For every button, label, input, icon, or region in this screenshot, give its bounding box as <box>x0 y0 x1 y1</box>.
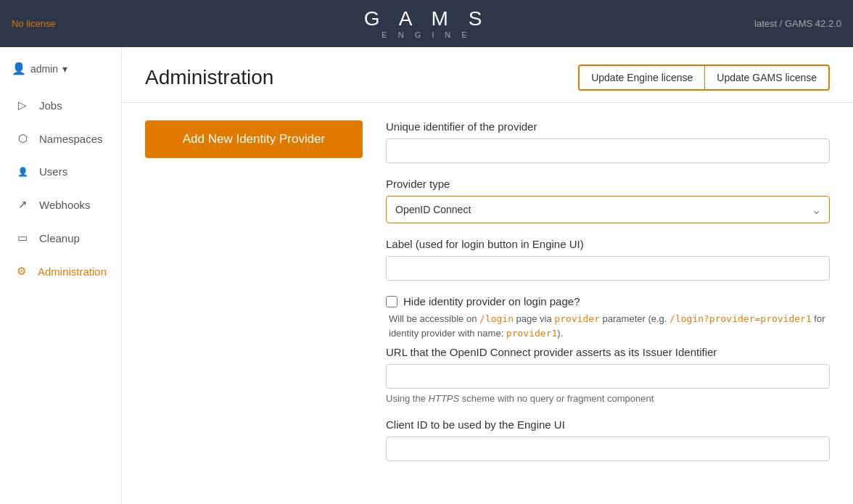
hint-mid: page via <box>514 313 554 324</box>
hide-provider-hint: Will be accessible on /login page via pr… <box>386 312 830 340</box>
login-label-label: Label (used for login button in Engine U… <box>386 238 830 250</box>
hint-prefix: Will be accessible on <box>389 313 479 324</box>
issuer-url-hint: Using the HTTPS scheme with no query or … <box>386 393 830 404</box>
jobs-icon: ▷ <box>15 99 30 112</box>
sidebar-item-users-label: Users <box>39 165 67 178</box>
issuer-url-label: URL that the OpenID Connect provider ass… <box>386 346 830 358</box>
hide-provider-checkbox[interactable] <box>386 296 397 307</box>
hint-scheme: scheme with no query or fragment compone… <box>459 393 654 404</box>
page-title: Administration <box>145 66 273 89</box>
no-license-label: No license <box>12 18 56 29</box>
provider-type-label: Provider type <box>386 178 830 190</box>
license-buttons: Update Engine license Update GAMS licens… <box>578 65 830 91</box>
logo-sub: E N G I N E <box>382 30 471 39</box>
sidebar-item-cleanup-label: Cleanup <box>39 232 80 244</box>
provider-type-select-wrapper: OpenID Connect SAML ⌄ <box>386 196 830 223</box>
page-header: Administration Update Engine license Upd… <box>122 47 853 103</box>
sidebar-item-administration[interactable]: ⚙ Administration <box>0 256 121 286</box>
sidebar: 👤 admin ▾ ▷ Jobs ⬡ Namespaces 👤 Users ↗ … <box>0 47 122 504</box>
action-sidebar: Add New Identity Provider <box>145 120 363 476</box>
sidebar-item-cleanup[interactable]: ▭ Cleanup <box>0 223 121 253</box>
unique-id-input[interactable] <box>386 139 830 163</box>
topbar: No license G A M S E N G I N E latest / … <box>0 0 853 47</box>
sidebar-item-users[interactable]: 👤 Users <box>0 157 121 186</box>
sidebar-item-jobs[interactable]: ▷ Jobs <box>0 90 121 120</box>
sidebar-item-namespaces[interactable]: ⬡ Namespaces <box>0 123 121 154</box>
main-content: Administration Update Engine license Upd… <box>122 47 853 504</box>
logo-title: G A M S <box>364 9 490 29</box>
logo: G A M S E N G I N E <box>364 9 490 39</box>
administration-icon: ⚙ <box>15 265 29 278</box>
unique-id-group: Unique identifier of the provider <box>386 120 830 163</box>
namespaces-icon: ⬡ <box>15 132 30 145</box>
update-engine-license-button[interactable]: Update Engine license <box>580 66 705 89</box>
login-label-input[interactable] <box>386 256 830 281</box>
hint-link-login: /login <box>479 313 514 324</box>
hide-provider-label[interactable]: Hide identity provider on login page? <box>403 295 580 307</box>
unique-id-label: Unique identifier of the provider <box>386 120 830 133</box>
hint-https: HTTPS <box>429 393 460 404</box>
hide-provider-group: Hide identity provider on login page? Wi… <box>386 295 830 340</box>
update-gams-license-button[interactable]: Update GAMS license <box>705 66 828 89</box>
user-menu[interactable]: 👤 admin ▾ <box>0 53 121 84</box>
add-identity-provider-button[interactable]: Add New Identity Provider <box>145 120 363 158</box>
sidebar-nav: ▷ Jobs ⬡ Namespaces 👤 Users ↗ Webhooks ▭… <box>0 84 121 292</box>
login-label-group: Label (used for login button in Engine U… <box>386 238 830 281</box>
user-label: admin <box>30 63 58 75</box>
provider-type-select[interactable]: OpenID Connect SAML <box>386 196 830 223</box>
sidebar-item-namespaces-label: Namespaces <box>39 133 103 145</box>
issuer-url-group: URL that the OpenID Connect provider ass… <box>386 346 830 404</box>
hide-provider-checkbox-row: Hide identity provider on login page? <box>386 295 830 307</box>
user-icon: 👤 <box>12 62 26 75</box>
client-id-label: Client ID to be used by the Engine UI <box>386 418 830 431</box>
content-area: Add New Identity Provider Unique identif… <box>122 103 853 493</box>
form-area: Unique identifier of the provider Provid… <box>386 120 830 476</box>
sidebar-item-jobs-label: Jobs <box>39 99 62 112</box>
hint-code-provider1: provider1 <box>506 328 557 339</box>
hint-end: ). <box>557 328 563 339</box>
issuer-url-input[interactable] <box>386 364 830 389</box>
client-id-input[interactable] <box>386 437 830 461</box>
hint-using: Using the <box>386 393 429 404</box>
client-id-group: Client ID to be used by the Engine UI <box>386 418 830 461</box>
hint-suffix: parameter (e.g. <box>600 313 669 324</box>
sidebar-item-webhooks[interactable]: ↗ Webhooks <box>0 189 121 220</box>
version-label: latest / GAMS 42.2.0 <box>754 18 841 29</box>
webhooks-icon: ↗ <box>15 198 30 211</box>
user-caret: ▾ <box>62 63 67 75</box>
users-icon: 👤 <box>15 167 30 177</box>
sidebar-item-administration-label: Administration <box>38 265 107 278</box>
cleanup-icon: ▭ <box>15 231 30 244</box>
sidebar-item-webhooks-label: Webhooks <box>39 199 91 211</box>
hint-link-example: /login?provider=provider1 <box>669 313 812 324</box>
hint-code-provider: provider <box>554 313 600 324</box>
provider-type-group: Provider type OpenID Connect SAML ⌄ <box>386 178 830 223</box>
